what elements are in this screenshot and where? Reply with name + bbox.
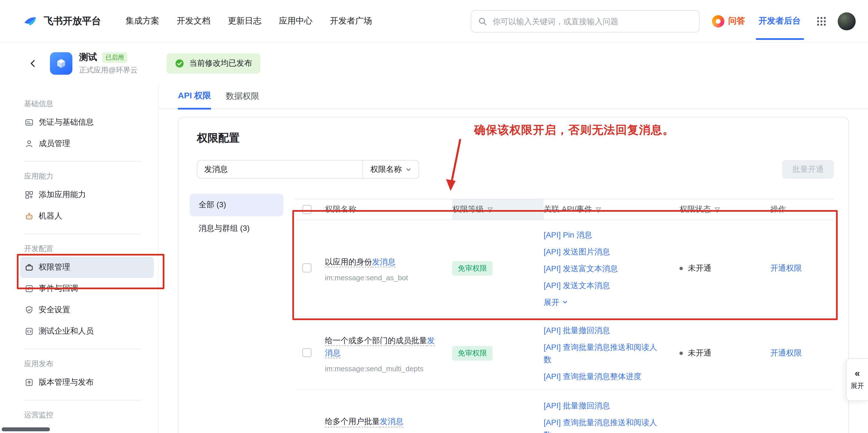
api-link[interactable]: [API] 发送图片消息 <box>544 243 659 260</box>
api-link[interactable]: [API] 批量撤回消息 <box>544 397 659 414</box>
row-checkbox[interactable] <box>303 263 311 272</box>
expand-panel-button[interactable]: « 展开 <box>846 358 868 401</box>
global-search[interactable] <box>471 10 700 32</box>
sidebar-item-events[interactable]: 事件与回调 <box>20 278 154 299</box>
horizontal-scrollbar-thumb[interactable] <box>2 427 50 431</box>
table-header: 权限名称 权限等级 关联 API/事件 权限状态 <box>295 199 834 220</box>
event-callback-icon <box>25 284 34 293</box>
table-row: 给一个或多个部门的成员批量发消息 im:message:send_multi_d… <box>295 318 834 390</box>
app-meta: 测试 已启用 正式应用@环界云 <box>79 51 137 75</box>
app-type: 正式应用@环界云 <box>79 65 137 75</box>
search-field-label: 权限名称 <box>370 164 402 174</box>
batch-open-button[interactable]: 批量开通 <box>782 160 834 179</box>
app-icon <box>50 52 72 75</box>
permission-code: im:message:send_multi_depts <box>325 365 439 373</box>
header-permission-level[interactable]: 权限等级 <box>452 199 544 220</box>
sidebar-item-security[interactable]: 安全设置 <box>20 299 154 321</box>
shield-icon <box>25 306 34 315</box>
open-permission-link[interactable]: 开通权限 <box>770 348 802 357</box>
publish-icon <box>25 378 34 387</box>
api-link[interactable]: [API] 批量撤回消息 <box>544 322 659 339</box>
expand-apis-link[interactable]: 展开 <box>544 294 659 311</box>
developer-console-link[interactable]: 开发者后台 <box>758 16 801 26</box>
category-message-group[interactable]: 消息与群组 (3) <box>190 217 283 240</box>
sidebar-item-test-enterprise[interactable]: 测试企业和人员 <box>20 321 154 342</box>
status-text: 未开通 <box>688 263 711 273</box>
api-link[interactable]: [API] Pin 消息 <box>544 226 659 243</box>
annotation-text: 确保该权限开启，否则无法回复消息。 <box>474 122 675 138</box>
nav-item-solutions[interactable]: 集成方案 <box>126 16 159 26</box>
chevron-down-icon <box>562 299 568 305</box>
api-link[interactable]: [API] 查询批量消息推送和阅读人数 <box>544 414 659 433</box>
qa-icon <box>712 15 724 27</box>
table-row: 以应用的身份发消息 im:message:send_as_bot 免审权限 [A… <box>295 220 834 318</box>
sidebar-item-permissions[interactable]: 权限管理 <box>20 257 154 278</box>
search-field-select[interactable]: 权限名称 <box>363 161 418 178</box>
qa-link[interactable]: 问答 <box>712 15 745 27</box>
permission-name[interactable]: 给一个或多个部门的成员批量发消息 <box>325 334 439 359</box>
permission-icon <box>25 263 34 272</box>
back-button[interactable] <box>26 56 40 70</box>
filter-funnel-icon[interactable] <box>714 206 720 212</box>
open-permission-link[interactable]: 开通权限 <box>770 263 802 272</box>
select-all-checkbox[interactable] <box>303 205 311 214</box>
nav-item-devsquare[interactable]: 开发者广场 <box>330 16 372 26</box>
enabled-badge: 已启用 <box>102 52 127 63</box>
sidebar-section-capabilities: 应用能力 <box>0 169 158 184</box>
sidebar-item-add-capability[interactable]: 添加应用能力 <box>20 184 154 206</box>
permission-search-input[interactable] <box>197 161 363 178</box>
chevron-down-icon <box>406 167 411 172</box>
sidebar-item-credentials[interactable]: 凭证与基础信息 <box>20 112 154 133</box>
annotation-arrow <box>439 139 472 197</box>
header-permission-status[interactable]: 权限状态 <box>680 204 770 214</box>
sidebar-item-version-release[interactable]: 版本管理与发布 <box>20 372 154 393</box>
tab-api-permissions[interactable]: API 权限 <box>178 90 211 110</box>
filter-funnel-icon[interactable] <box>596 206 602 212</box>
user-avatar[interactable] <box>838 12 856 30</box>
api-link[interactable]: [API] 发送文本消息 <box>544 277 659 294</box>
permission-name[interactable]: 给多个用户批量发消息 <box>325 415 439 428</box>
sidebar-section-release: 应用发布 <box>0 356 158 372</box>
nav-item-appcenter[interactable]: 应用中心 <box>279 16 312 26</box>
sidebar: 基础信息 凭证与基础信息 成员管理 应用能力 添加应用能力 机器人 开发配置 <box>0 84 159 433</box>
status-dot <box>680 352 683 355</box>
credential-icon <box>25 118 34 127</box>
code-icon <box>25 327 34 336</box>
nav-item-changelog[interactable]: 更新日志 <box>228 16 261 26</box>
category-filter-list: 全部 (3) 消息与群组 (3) <box>190 189 295 433</box>
sidebar-item-label: 安全设置 <box>39 305 70 315</box>
sidebar-item-label: 测试企业和人员 <box>39 326 94 337</box>
api-link[interactable]: [API] 查询批量消息推送和阅读人数 <box>544 339 659 368</box>
main-nav: 集成方案 开发文档 更新日志 应用中心 开发者广场 <box>126 16 372 26</box>
filter-funnel-icon[interactable] <box>487 206 493 212</box>
sidebar-divider <box>24 349 142 349</box>
category-all[interactable]: 全部 (3) <box>190 194 283 216</box>
status-text: 未开通 <box>688 348 711 358</box>
add-capability-icon <box>25 191 34 199</box>
nav-item-docs[interactable]: 开发文档 <box>177 16 210 26</box>
table-row: 给多个用户批量发消息 [API] 批量撤回消息 [API] 查询批量消息推送和阅… <box>295 390 834 433</box>
sidebar-item-label: 权限管理 <box>39 262 70 272</box>
feishu-logo-icon <box>23 13 38 29</box>
api-link[interactable]: [API] 发送富文本消息 <box>544 260 659 277</box>
sidebar-section-monitoring: 运营监控 <box>0 407 158 423</box>
search-input[interactable] <box>492 16 692 26</box>
apps-grid-icon[interactable] <box>816 16 827 26</box>
sidebar-item-bot[interactable]: 机器人 <box>20 206 154 227</box>
tab-data-permissions[interactable]: 数据权限 <box>225 91 259 108</box>
permission-name[interactable]: 以应用的身份发消息 <box>325 255 439 268</box>
sidebar-item-label: 凭证与基础信息 <box>39 117 94 127</box>
sidebar-item-members[interactable]: 成员管理 <box>20 133 154 154</box>
status-dot <box>680 267 683 270</box>
row-checkbox[interactable] <box>303 348 311 357</box>
api-link[interactable]: [API] 查询批量消息整体进度 <box>544 368 659 385</box>
header-related-api[interactable]: 关联 API/事件 <box>544 204 680 214</box>
check-circle-icon <box>175 59 184 68</box>
brand[interactable]: 飞书开放平台 <box>23 13 101 29</box>
permission-tabs: API 权限 数据权限 <box>159 84 868 109</box>
sidebar-section-dev-config: 开发配置 <box>0 241 158 257</box>
sidebar-item-label: 版本管理与发布 <box>39 377 94 387</box>
level-badge: 免审权限 <box>452 346 493 361</box>
top-navbar: 飞书开放平台 集成方案 开发文档 更新日志 应用中心 开发者广场 问答 开发者后… <box>0 0 868 43</box>
sidebar-item-label: 机器人 <box>39 211 62 221</box>
